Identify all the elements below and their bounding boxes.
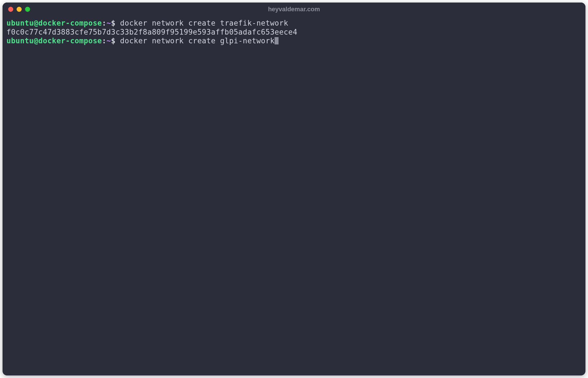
prompt-colon: : [102,37,106,45]
prompt-dollar: $ [111,19,116,27]
prompt-user-host: ubuntu@docker-compose [6,19,102,27]
command-text: docker network create glpi-network [116,37,275,45]
terminal-window: heyvaldemar.com ubuntu@docker-compose:~$… [3,3,585,375]
terminal-line: ubuntu@docker-compose:~$ docker network … [6,37,582,46]
title-bar: heyvaldemar.com [3,3,585,16]
command-text: docker network create traefik-network [116,19,288,27]
prompt-path: ~ [106,37,111,45]
minimize-button[interactable] [17,7,22,12]
cursor-icon [275,37,279,44]
prompt-dollar: $ [111,37,116,45]
terminal-body[interactable]: ubuntu@docker-compose:~$ docker network … [3,16,585,375]
prompt-path: ~ [106,19,111,27]
close-button[interactable] [8,7,13,12]
traffic-lights [8,7,30,12]
terminal-line: f0c0c77c47d3883cfe75b7d3c33b2f8a809f9519… [6,28,582,37]
terminal-line: ubuntu@docker-compose:~$ docker network … [6,19,582,28]
window-title: heyvaldemar.com [268,6,320,13]
prompt-user-host: ubuntu@docker-compose [6,37,102,45]
output-text: f0c0c77c47d3883cfe75b7d3c33b2f8a809f9519… [6,28,297,36]
prompt-colon: : [102,19,106,27]
maximize-button[interactable] [25,7,30,12]
